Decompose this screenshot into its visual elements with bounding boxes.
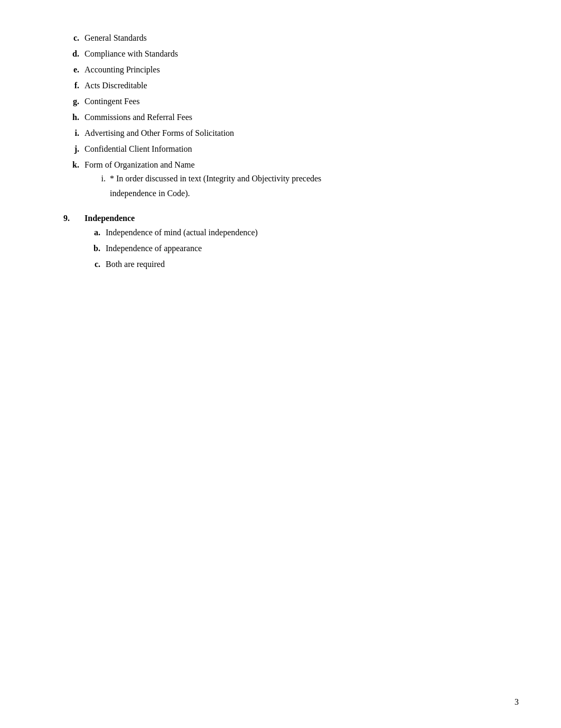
list-item-c: c. General Standards xyxy=(63,32,519,44)
section-9-number: 9. xyxy=(63,214,85,223)
list-item-g: g. Contingent Fees xyxy=(63,95,519,108)
list-label-f: f. xyxy=(63,79,79,92)
section-9-list: a. Independence of mind (actual independ… xyxy=(63,226,519,271)
section9-text-a: Independence of mind (actual independenc… xyxy=(106,226,519,239)
section9-item-c: c. Both are required xyxy=(85,258,519,271)
list-label-i: i. xyxy=(63,127,79,140)
list-item-j: j. Confidential Client Information xyxy=(63,143,519,155)
section9-text-c: Both are required xyxy=(106,258,519,271)
list-text-j: Confidential Client Information xyxy=(85,143,519,155)
list-item-e: e. Accounting Principles xyxy=(63,63,519,76)
note-sub-list: i. * In order discussed in text (Integri… xyxy=(63,172,519,204)
list-text-c: General Standards xyxy=(85,32,519,44)
section-9-title: Independence xyxy=(85,214,135,223)
section-9: 9. Independence a. Independence of mind … xyxy=(63,214,519,271)
main-list: c. General Standards d. Compliance with … xyxy=(63,32,519,204)
list-item-d: d. Compliance with Standards xyxy=(63,48,519,60)
list-text-d: Compliance with Standards xyxy=(85,48,519,60)
list-label-h: h. xyxy=(63,111,79,124)
list-item-h: h. Commissions and Referral Fees xyxy=(63,111,519,124)
list-item-f: f. Acts Discreditable xyxy=(63,79,519,92)
page: c. General Standards d. Compliance with … xyxy=(0,0,561,728)
list-text-f: Acts Discreditable xyxy=(85,79,519,92)
section9-item-a: a. Independence of mind (actual independ… xyxy=(85,226,519,239)
list-item-k: k. Form of Organization and Name i. * In… xyxy=(63,159,519,204)
list-text-i: Advertising and Other Forms of Solicitat… xyxy=(85,127,519,140)
list-text-k: Form of Organization and Name xyxy=(85,159,519,171)
section9-item-b: b. Independence of appearance xyxy=(85,242,519,255)
section9-text-b: Independence of appearance xyxy=(106,242,519,255)
note-text-line2: independence in Code). xyxy=(110,189,190,198)
list-label-c: c. xyxy=(63,32,79,44)
list-item-i: i. Advertising and Other Forms of Solici… xyxy=(63,127,519,140)
list-text-e: Accounting Principles xyxy=(85,63,519,76)
section-9-header: 9. Independence xyxy=(63,214,519,223)
section9-label-a: a. xyxy=(85,226,100,239)
section9-label-b: b. xyxy=(85,242,100,255)
list-label-d: d. xyxy=(63,48,79,60)
list-label-k: k. xyxy=(63,159,79,171)
note-text-line1: * In order discussed in text (Integrity … xyxy=(110,172,321,185)
list-label-g: g. xyxy=(63,95,79,108)
list-label-j: j. xyxy=(63,143,79,155)
section9-label-c: c. xyxy=(85,258,100,271)
list-text-g: Contingent Fees xyxy=(85,95,519,108)
list-text-h: Commissions and Referral Fees xyxy=(85,111,519,124)
page-number: 3 xyxy=(515,697,519,707)
note-sub-label: i. xyxy=(95,172,106,185)
note-item: i. * In order discussed in text (Integri… xyxy=(95,172,519,202)
list-label-e: e. xyxy=(63,63,79,76)
